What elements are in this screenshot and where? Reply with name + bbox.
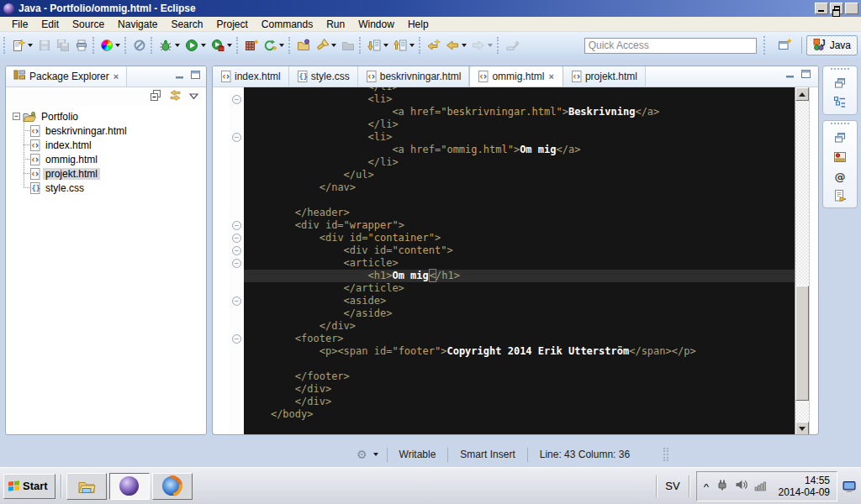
vertical-scrollbar[interactable]	[795, 87, 809, 435]
dropdown-arrow-icon[interactable]	[331, 44, 336, 47]
volume-button[interactable]	[735, 478, 748, 494]
templates-view-button[interactable]	[831, 187, 849, 204]
tree-item-ommig.html[interactable]: ommig.html	[18, 152, 206, 166]
code-line[interactable]: <a href="ommig.html">Om mig</a>	[244, 144, 795, 156]
editor-tab-projekt.html[interactable]: projekt.html	[563, 66, 646, 87]
language-indicator[interactable]: SV	[662, 480, 683, 492]
menu-navigate[interactable]: Navigate	[111, 18, 164, 31]
quick-access-input[interactable]	[584, 38, 757, 54]
collapse-fold-icon[interactable]: −	[232, 95, 241, 104]
external-tools-button[interactable]	[209, 35, 235, 55]
maximize-view-button[interactable]	[190, 70, 201, 82]
search-button[interactable]	[313, 35, 339, 55]
editor-tab-ommig.html[interactable]: ommig.html×	[469, 66, 563, 87]
scrollbar-thumb[interactable]	[795, 286, 809, 401]
generate-code-button[interactable]	[261, 35, 287, 55]
back-button[interactable]	[443, 35, 469, 55]
clock[interactable]: 14:55 2014-04-09	[774, 475, 830, 498]
menu-help[interactable]: Help	[401, 18, 436, 31]
skip-breakpoints-button[interactable]	[130, 35, 149, 55]
minimize-button[interactable]	[815, 3, 828, 14]
run-button[interactable]	[182, 35, 209, 55]
collapse-all-button[interactable]	[150, 89, 162, 104]
code-line[interactable]: <p><span id="footer">Copyright 2014 Erik…	[244, 345, 795, 358]
debug-button[interactable]	[156, 35, 182, 55]
code-line[interactable]: <article>	[244, 257, 795, 270]
code-line[interactable]: </aside>	[244, 307, 795, 320]
menu-window[interactable]: Window	[351, 18, 401, 31]
java-perspective-button[interactable]: J Java	[806, 35, 858, 55]
menu-run[interactable]: Run	[320, 18, 351, 31]
dropdown-arrow-icon[interactable]	[115, 44, 120, 47]
scroll-down-button[interactable]	[795, 422, 809, 435]
scroll-up-button[interactable]	[795, 87, 809, 101]
network-signal-button[interactable]	[754, 478, 768, 494]
code-line[interactable]: </nav>	[244, 181, 795, 194]
outline-view-button[interactable]	[831, 94, 849, 111]
close-button[interactable]	[845, 3, 858, 14]
open-plugin-button[interactable]	[294, 35, 313, 55]
dropdown-arrow-icon[interactable]	[383, 44, 388, 47]
open-perspective-button[interactable]	[775, 35, 794, 55]
code-line[interactable]: </div>	[244, 383, 795, 396]
menu-edit[interactable]: Edit	[34, 18, 66, 31]
code-line[interactable]: </body>	[244, 408, 795, 421]
restore-button[interactable]	[830, 3, 843, 14]
restore-view-button[interactable]	[831, 75, 849, 92]
code-line[interactable]: </li>	[244, 156, 795, 169]
code-line[interactable]: </li>	[244, 87, 795, 93]
tree-item-beskrivningar.html[interactable]: beskrivningar.html	[18, 123, 206, 138]
menu-commands[interactable]: Commands	[255, 18, 320, 31]
maximize-view-button[interactable]	[800, 69, 811, 81]
minimize-view-button[interactable]	[174, 70, 185, 82]
editor-tab-index.html[interactable]: index.html	[213, 66, 289, 87]
code-area[interactable]: </li> <li> <a href="beskrivningar.html">…	[244, 87, 795, 435]
chevron-up-button[interactable]: ^	[704, 480, 710, 492]
dropdown-arrow-icon[interactable]	[409, 44, 415, 47]
taskbar-app-explorer[interactable]	[66, 473, 107, 500]
dropdown-arrow-icon[interactable]	[462, 44, 467, 47]
package-explorer-tab[interactable]: Package Explorer ×	[6, 66, 127, 87]
collapse-fold-icon[interactable]: −	[232, 133, 241, 142]
collapse-fold-icon[interactable]: −	[232, 259, 241, 268]
taskbar-app-eclipse[interactable]	[109, 473, 150, 500]
menu-search[interactable]: Search	[164, 18, 209, 31]
code-line[interactable]: </article>	[244, 282, 795, 295]
previous-annotation-button[interactable]	[391, 35, 417, 55]
start-button[interactable]: Start	[3, 474, 55, 499]
dropdown-arrow-icon[interactable]	[28, 44, 33, 47]
code-line[interactable]: </header>	[244, 207, 795, 219]
collapse-fold-icon[interactable]: −	[232, 334, 241, 344]
collapse-fold-icon[interactable]: −	[232, 221, 241, 230]
code-line[interactable]: <div id="wrapper">	[244, 219, 795, 232]
show-desktop-button[interactable]	[839, 476, 861, 496]
code-line[interactable]	[244, 358, 795, 370]
new-wizard-button[interactable]	[9, 35, 35, 55]
tree-root-portfolio[interactable]: −Portfolio	[11, 109, 206, 123]
dropdown-arrow-icon[interactable]	[201, 44, 206, 47]
dropdown-arrow-icon[interactable]	[175, 44, 180, 47]
tree-item-index.html[interactable]: index.html	[18, 138, 206, 152]
editor-tab-beskrivningar.html[interactable]: beskrivningar.html	[358, 66, 470, 87]
collapse-fold-icon[interactable]: −	[232, 246, 241, 255]
minimize-view-button[interactable]	[784, 69, 795, 81]
menu-source[interactable]: Source	[66, 18, 111, 31]
taskbar-app-firefox[interactable]	[152, 473, 193, 500]
view-menu-button[interactable]	[188, 91, 199, 103]
restore-view-button[interactable]	[831, 129, 849, 146]
dropdown-arrow-icon[interactable]	[279, 44, 284, 47]
editor-tab-style.css[interactable]: {}style.css	[289, 66, 358, 87]
code-line[interactable]: <footer>	[244, 333, 795, 345]
close-tab-icon[interactable]: ×	[547, 71, 554, 81]
print-button[interactable]	[72, 35, 91, 55]
color-palette-button[interactable]	[98, 35, 123, 55]
code-line[interactable]: </footer>	[244, 370, 795, 383]
menu-project[interactable]: Project	[209, 18, 254, 31]
code-line[interactable]: </li>	[244, 118, 795, 131]
tree-item-style.css[interactable]: {}style.css	[18, 181, 206, 195]
dropdown-arrow-icon[interactable]	[488, 44, 493, 47]
collapse-fold-icon[interactable]: −	[232, 234, 241, 243]
link-with-editor-button[interactable]	[169, 89, 182, 104]
code-line[interactable]	[244, 194, 795, 207]
code-line[interactable]: <aside>	[244, 295, 795, 307]
